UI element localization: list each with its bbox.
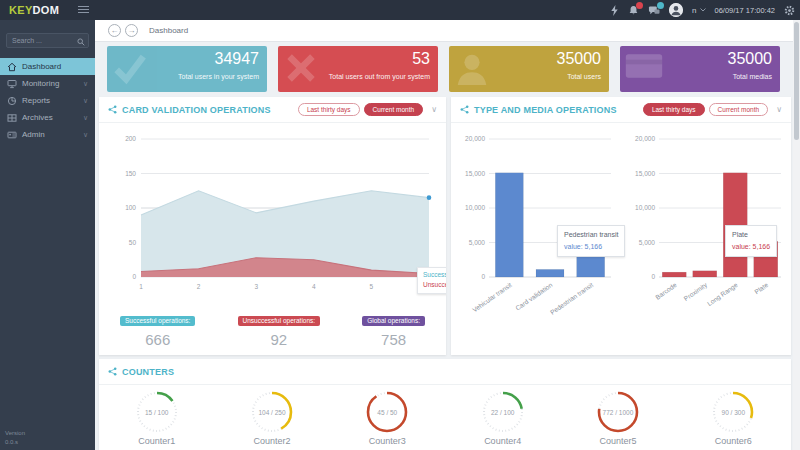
forward-button[interactable]: → — [125, 24, 138, 37]
logo-dom: DOM — [33, 4, 60, 16]
notifications-bell-icon[interactable] — [628, 5, 639, 16]
svg-text:1: 1 — [139, 283, 143, 290]
bar-card-validation — [536, 269, 564, 277]
sidebar-item-dashboard[interactable]: Dashboard — [0, 58, 95, 75]
stat-card-label: Total users in your system — [178, 73, 259, 80]
counters-row: 15 / 100Counter1104 / 250Counter245 / 50… — [99, 390, 791, 446]
counter-counter1: 15 / 100Counter1 — [112, 390, 202, 446]
gauge-value: 45 / 50 — [365, 409, 409, 416]
version-info: Version 0.0.s — [5, 429, 25, 447]
stat-value: 666 — [120, 331, 195, 348]
logo-key: KEY — [9, 4, 33, 16]
datetime: 06/09/17 17:00:42 — [715, 6, 775, 15]
check-icon — [111, 49, 149, 91]
scrollbar-thumb[interactable] — [794, 22, 799, 140]
settings-gear-icon[interactable] — [784, 5, 795, 16]
filter-button-last-thirty-days[interactable]: Last thirty days — [643, 103, 705, 116]
share-icon — [108, 367, 117, 376]
chevron-icon: ∨ — [83, 114, 88, 122]
avatar[interactable] — [669, 3, 683, 17]
breadcrumb-bar: ← → Dashboard — [95, 20, 800, 42]
version-value: 0.0.s — [5, 438, 25, 447]
quick-actions-bolt-icon[interactable] — [610, 5, 619, 16]
sidebar-item-label: Dashboard — [22, 62, 61, 71]
counter-counter5: 772 / 1000Counter5 — [573, 390, 663, 446]
svg-text:50: 50 — [129, 239, 137, 246]
stat-successful-operations-: Successful operations:666 — [120, 309, 195, 348]
svg-text:15,000: 15,000 — [635, 170, 655, 177]
sidebar-item-admin[interactable]: Admin∨ — [0, 126, 95, 143]
svg-text:100: 100 — [125, 204, 136, 211]
counter-counter4: 22 / 100Counter4 — [458, 390, 548, 446]
back-button[interactable]: ← — [108, 24, 121, 37]
gauge: 104 / 250 — [250, 390, 294, 434]
gauge-value: 104 / 250 — [250, 409, 294, 416]
collapse-chevron-icon[interactable]: ∨ — [776, 105, 782, 114]
notifications-badge — [636, 2, 643, 9]
sidebar-item-reports[interactable]: Reports∨ — [0, 92, 95, 109]
gauge: 90 / 300 — [711, 390, 755, 434]
filter-button-last-thirty-days[interactable]: Last thirty days — [298, 103, 360, 116]
gauge-value: 772 / 1000 — [596, 409, 640, 416]
user-menu[interactable]: n — [692, 6, 705, 15]
svg-text:0: 0 — [481, 273, 485, 280]
filter-button-current-month[interactable]: Current month — [364, 103, 424, 116]
sidebar-item-label: Admin — [22, 130, 45, 139]
counter-label: Counter6 — [688, 436, 778, 446]
svg-text:0: 0 — [651, 273, 655, 280]
svg-text:200: 200 — [125, 135, 136, 142]
area-chart: 050100150200123456 — [107, 127, 438, 301]
sidebar-toggle-icon[interactable] — [78, 6, 89, 15]
cross-icon — [282, 49, 320, 91]
home-icon — [7, 62, 17, 72]
stat-card-value: 35000 — [557, 50, 602, 68]
messages-badge — [657, 2, 664, 9]
svg-text:Plate: Plate — [753, 281, 769, 295]
filter-button-current-month[interactable]: Current month — [709, 103, 769, 116]
stat-value: 92 — [238, 331, 321, 348]
svg-text:5,000: 5,000 — [639, 239, 656, 246]
chevron-icon: ∨ — [83, 97, 88, 105]
stat-badge: Unsuccessful operations: — [238, 316, 321, 326]
counter-label: Counter1 — [112, 436, 202, 446]
sidebar-item-archives[interactable]: Archives∨ — [0, 109, 95, 126]
sidebar-item-label: Reports — [22, 96, 50, 105]
svg-text:5,000: 5,000 — [469, 239, 486, 246]
stat-global-operations-: Global operations:758 — [362, 309, 425, 348]
messages-chat-icon[interactable] — [648, 5, 660, 16]
sidebar: DashboardMonitoring∨Reports∨Archives∨Adm… — [0, 20, 95, 450]
chevron-icon: ∨ — [83, 80, 88, 88]
stat-card-total-users-in-your-system: 34947Total users in your system — [107, 46, 267, 92]
svg-text:2: 2 — [197, 283, 201, 290]
svg-text:0: 0 — [132, 273, 136, 280]
counter-counter3: 45 / 50Counter3 — [342, 390, 432, 446]
collapse-chevron-icon[interactable]: ∨ — [431, 105, 437, 114]
reports-icon — [7, 96, 17, 106]
archives-icon — [7, 113, 17, 123]
bar-vehicular-transit — [495, 173, 523, 277]
counter-label: Counter5 — [573, 436, 663, 446]
sidebar-item-monitoring[interactable]: Monitoring∨ — [0, 75, 95, 92]
svg-text:5: 5 — [370, 283, 374, 290]
share-icon — [108, 105, 117, 114]
panel-title-card-validation: CARD VALIDATION OPERATIONS — [122, 105, 271, 115]
admin-icon — [7, 130, 17, 140]
stat-card-total-users-out-from-your-system: 53Total users out from your system — [278, 46, 438, 92]
scrollbar[interactable] — [793, 20, 800, 450]
media-chart-tooltip: Plate value: 5,166 — [725, 225, 777, 257]
type-media-filters: Last thirty daysCurrent month — [643, 103, 768, 116]
stat-card-total-medias: 35000Total medias — [620, 46, 780, 92]
card-validation-panel: CARD VALIDATION OPERATIONS Last thirty d… — [99, 97, 446, 355]
card-icon — [624, 49, 664, 87]
stat-card-total-users: 35000Total users — [449, 46, 609, 92]
main-content: ← → Dashboard 34947Total users in your s… — [95, 20, 800, 450]
share-icon — [460, 105, 469, 114]
bar-proximity — [693, 271, 717, 277]
type-media-panel: TYPE AND MEDIA OPERATIONS Last thirty da… — [451, 97, 791, 355]
stat-card-label: Total medias — [733, 73, 772, 80]
counter-counter2: 104 / 250Counter2 — [227, 390, 317, 446]
stat-card-value: 35000 — [728, 50, 773, 68]
chevron-icon: ∨ — [83, 131, 88, 139]
type-chart-tooltip: Pedestrian transit value: 5,166 — [557, 225, 625, 257]
stat-card-label: Total users out from your system — [329, 73, 430, 80]
